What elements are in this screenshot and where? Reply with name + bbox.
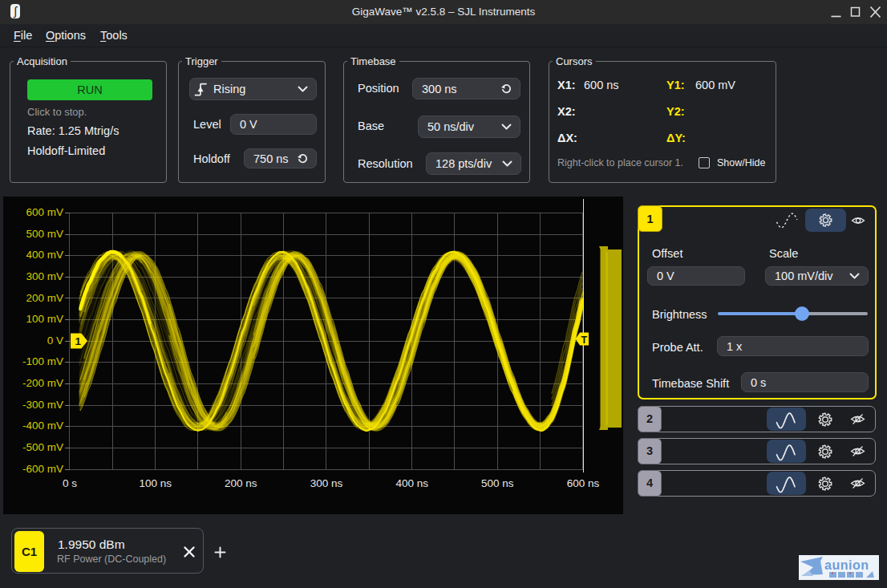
svg-text:aunion: aunion — [824, 558, 869, 572]
svg-text:1: 1 — [75, 335, 82, 347]
svg-text:T: T — [581, 335, 588, 346]
